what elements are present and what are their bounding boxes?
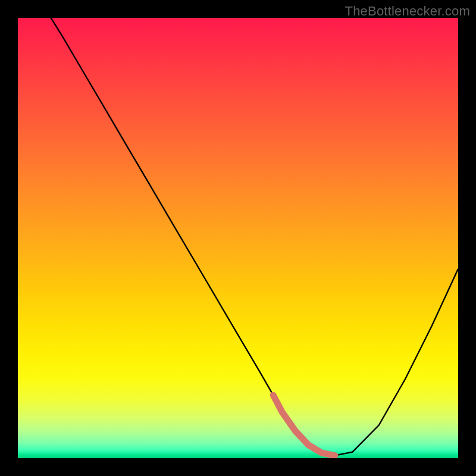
optimal-range-marker — [18, 18, 458, 458]
chart-frame: TheBottlenecker.com — [0, 0, 476, 476]
marker-path — [273, 395, 335, 455]
watermark-text: TheBottlenecker.com — [345, 4, 470, 19]
plot-area — [18, 18, 458, 458]
